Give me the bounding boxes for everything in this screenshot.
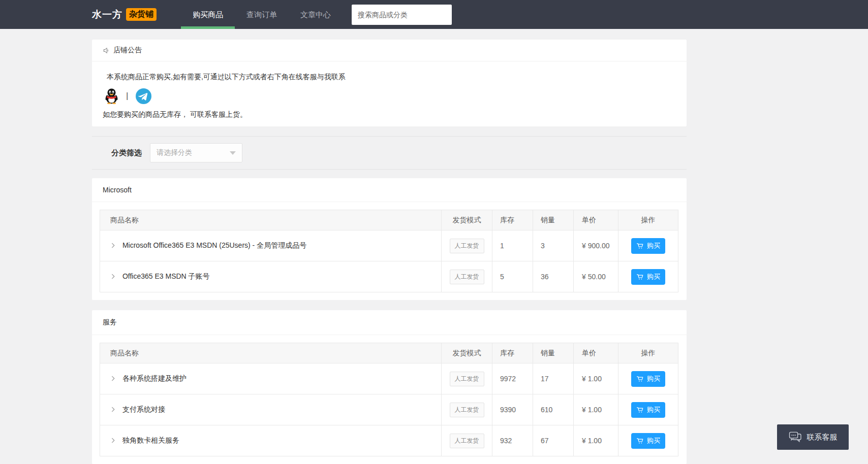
announcement-title: 店铺公告 xyxy=(113,46,142,55)
buy-label: 购买 xyxy=(647,436,660,445)
logo-text: 水一方 xyxy=(92,8,122,21)
product-name-cell[interactable]: Microsoft Office365 E3 MSDN (25Users) - … xyxy=(100,230,442,261)
product-name-cell[interactable]: 支付系统对接 xyxy=(100,394,442,425)
product-sections: Microsoft 商品名称发货模式库存销量单价操作 Microsoft Off… xyxy=(92,178,687,464)
category-filter-section: 分类筛选 请选择分类 xyxy=(92,136,687,170)
speaker-icon xyxy=(103,47,110,54)
column-header: 单价 xyxy=(574,210,618,230)
buy-button[interactable]: 购买 xyxy=(631,269,665,285)
cart-icon xyxy=(636,273,644,281)
price-cell: ¥ 1.00 xyxy=(574,425,618,456)
contact-support-label: 联系客服 xyxy=(807,433,838,442)
price-cell: ¥ 1.00 xyxy=(574,363,618,394)
nav-item-query-orders[interactable]: 查询订单 xyxy=(235,0,289,29)
price-cell: ¥ 900.00 xyxy=(574,230,618,261)
category-select[interactable]: 请选择分类 xyxy=(150,143,242,162)
product-row: 各种系统搭建及维护 人工发货 9972 17 ¥ 1.00 购买 xyxy=(100,363,678,394)
table-body: 各种系统搭建及维护 人工发货 9972 17 ¥ 1.00 购买 xyxy=(100,363,678,456)
delivery-mode-cell: 人工发货 xyxy=(442,363,492,394)
sales-cell: 36 xyxy=(533,261,574,292)
product-name: Office365 E3 MSDN 子账号 xyxy=(122,272,210,280)
announcement-line1: 本系统商品正常购买,如有需要,可通过以下方式或者右下角在线客服与我联系 xyxy=(103,72,676,82)
buy-button[interactable]: 购买 xyxy=(631,238,665,254)
chevron-down-icon xyxy=(230,151,236,155)
product-name: 各种系统搭建及维护 xyxy=(122,374,187,382)
announcement-line2: 如您要购买的商品无库存， 可联系客服上货。 xyxy=(103,109,676,119)
delivery-mode-cell: 人工发货 xyxy=(442,394,492,425)
product-name-cell[interactable]: 独角数卡相关服务 xyxy=(100,425,442,456)
product-section: Microsoft 商品名称发货模式库存销量单价操作 Microsoft Off… xyxy=(92,178,687,300)
product-row: Office365 E3 MSDN 子账号 人工发货 5 36 ¥ 50.00 … xyxy=(100,261,678,292)
telegram-icon[interactable] xyxy=(136,88,151,104)
buy-button[interactable]: 购买 xyxy=(631,433,665,449)
logo-badge: 杂货铺 xyxy=(126,8,157,21)
action-cell: 购买 xyxy=(618,425,678,456)
stock-cell: 1 xyxy=(492,230,533,261)
buy-button[interactable]: 购买 xyxy=(631,371,665,387)
chevron-right-icon xyxy=(110,437,116,445)
sales-cell: 17 xyxy=(533,363,574,394)
cart-icon xyxy=(636,437,644,445)
column-header: 库存 xyxy=(492,210,533,230)
price-cell: ¥ 50.00 xyxy=(574,261,618,292)
column-header: 发货模式 xyxy=(442,210,492,230)
cart-icon xyxy=(636,375,644,383)
column-header: 商品名称 xyxy=(100,210,442,230)
buy-button[interactable]: 购买 xyxy=(631,402,665,418)
product-name: Microsoft Office365 E3 MSDN (25Users) - … xyxy=(122,241,306,249)
icon-separator: | xyxy=(126,91,128,101)
product-table: 商品名称发货模式库存销量单价操作 Microsoft Office365 E3 … xyxy=(100,210,678,292)
cart-icon xyxy=(636,406,644,414)
shop-logo[interactable]: 水一方 杂货铺 xyxy=(92,8,157,21)
buy-label: 购买 xyxy=(647,272,660,281)
announcement-header: 店铺公告 xyxy=(92,40,687,61)
search-input[interactable] xyxy=(352,5,452,25)
chevron-right-icon xyxy=(110,375,116,383)
section-title: Microsoft xyxy=(92,178,687,202)
product-table: 商品名称发货模式库存销量单价操作 各种系统搭建及维护 人工发货 9972 17 … xyxy=(100,343,678,456)
sales-cell: 3 xyxy=(533,230,574,261)
price-cell: ¥ 1.00 xyxy=(574,394,618,425)
delivery-mode-badge: 人工发货 xyxy=(450,403,484,417)
product-name: 支付系统对接 xyxy=(122,405,165,413)
product-row: 独角数卡相关服务 人工发货 932 67 ¥ 1.00 购买 xyxy=(100,425,678,456)
buy-label: 购买 xyxy=(647,374,660,383)
announcement-panel: 店铺公告 本系统商品正常购买,如有需要,可通过以下方式或者右下角在线客服与我联系 xyxy=(92,40,687,126)
product-section: 服务 商品名称发货模式库存销量单价操作 各种系统搭建及维护 人工发货 9972 … xyxy=(92,310,687,464)
stock-cell: 9972 xyxy=(492,363,533,394)
announcement-body: 本系统商品正常购买,如有需要,可通过以下方式或者右下角在线客服与我联系 xyxy=(92,61,687,126)
chevron-right-icon xyxy=(110,406,116,414)
table-body: Microsoft Office365 E3 MSDN (25Users) - … xyxy=(100,230,678,292)
action-cell: 购买 xyxy=(618,363,678,394)
nav-item-article-center[interactable]: 文章中心 xyxy=(289,0,343,29)
action-cell: 购买 xyxy=(618,394,678,425)
delivery-mode-cell: 人工发货 xyxy=(442,261,492,292)
stock-cell: 9390 xyxy=(492,394,533,425)
column-header: 销量 xyxy=(533,343,574,363)
qq-icon[interactable] xyxy=(105,88,118,104)
delivery-mode-badge: 人工发货 xyxy=(450,434,484,448)
action-cell: 购买 xyxy=(618,230,678,261)
delivery-mode-cell: 人工发货 xyxy=(442,425,492,456)
product-name: 独角数卡相关服务 xyxy=(122,436,179,444)
product-name-cell[interactable]: Office365 E3 MSDN 子账号 xyxy=(100,261,442,292)
nav-item-buy-products[interactable]: 购买商品 xyxy=(181,0,235,29)
column-header: 销量 xyxy=(533,210,574,230)
product-row: Microsoft Office365 E3 MSDN (25Users) - … xyxy=(100,230,678,261)
column-header: 单价 xyxy=(574,343,618,363)
chevron-right-icon xyxy=(110,242,116,250)
nav-search xyxy=(352,5,452,25)
product-table-wrap: 商品名称发货模式库存销量单价操作 各种系统搭建及维护 人工发货 9972 17 … xyxy=(92,335,687,464)
column-header: 库存 xyxy=(492,343,533,363)
sales-cell: 67 xyxy=(533,425,574,456)
filter-label: 分类筛选 xyxy=(111,148,142,158)
column-header: 发货模式 xyxy=(442,343,492,363)
contact-support-button[interactable]: 联系客服 xyxy=(777,424,849,450)
product-name-cell[interactable]: 各种系统搭建及维护 xyxy=(100,363,442,394)
delivery-mode-badge: 人工发货 xyxy=(450,239,484,253)
table-header-row: 商品名称发货模式库存销量单价操作 xyxy=(100,343,678,363)
column-header: 操作 xyxy=(618,343,678,363)
column-header: 商品名称 xyxy=(100,343,442,363)
top-navbar: 水一方 杂货铺 购买商品 查询订单 文章中心 xyxy=(0,0,868,29)
chat-icon xyxy=(789,432,802,443)
